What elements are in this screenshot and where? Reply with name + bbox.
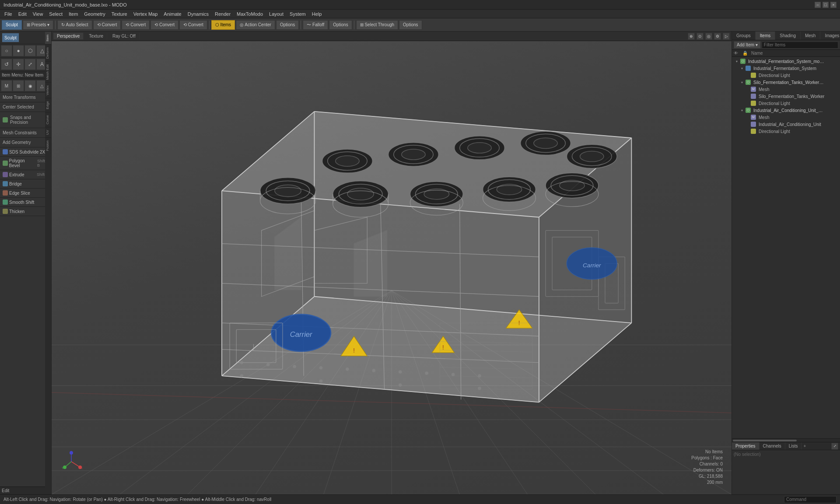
tree-item-silo-tanks-base[interactable]: ▾ ⬡ Silo_Fermentation_Tanks_Worker_modo_…	[733, 79, 839, 86]
menu-dynamics[interactable]: Dynamics	[185, 10, 211, 18]
add-geometry-header[interactable]: Add Geometry ▸	[2, 139, 49, 146]
tree-item-ac-unit[interactable]: Industrial_Air_Conditioning_Unit	[733, 121, 839, 128]
maximize-button[interactable]: □	[822, 2, 829, 8]
smooth-shift-label[interactable]: Smooth Shift	[9, 200, 34, 205]
menu-view[interactable]: View	[30, 10, 46, 18]
strip-tab-mesh-edit[interactable]: Mesh Edit	[45, 61, 51, 83]
action-center-button[interactable]: ◎ Action Center	[236, 20, 275, 30]
tab-groups[interactable]: Groups	[732, 32, 756, 40]
tool-scale[interactable]: ⤢	[24, 59, 36, 70]
convert-button-1[interactable]: ⟲ Convert	[93, 20, 121, 30]
menu-geometry[interactable]: Geometry	[81, 10, 108, 18]
tool-sphere[interactable]: ●	[13, 45, 24, 56]
strip-tab-curve[interactable]: Curve	[45, 112, 51, 127]
viewport-tab-perspective[interactable]: Perspective	[53, 33, 84, 39]
tree-item-ac-unit-base[interactable]: ▾ ⬡ Industrial_Air_Conditioning_Unit_m..…	[733, 107, 839, 114]
falloff-button[interactable]: 〜 Falloff	[303, 20, 328, 30]
more-transforms-header[interactable]: More Transforms ▾	[2, 94, 49, 101]
minimize-button[interactable]: –	[815, 2, 821, 8]
strip-tab-deform[interactable]: Deform	[45, 44, 51, 61]
command-input[interactable]	[784, 496, 836, 503]
viewport-zoom-in[interactable]: ⊙	[696, 33, 704, 40]
extrude-label[interactable]: Extrude	[9, 172, 24, 177]
menu-system[interactable]: System	[287, 10, 308, 18]
tab-images[interactable]: Images	[820, 32, 840, 40]
menu-file[interactable]: File	[2, 10, 15, 18]
sds-label[interactable]: SDS Subdivide 2X	[9, 150, 45, 154]
items-filter-input[interactable]	[762, 42, 838, 49]
presets-button[interactable]: ⊞ Presets ▾	[23, 20, 53, 30]
tree-item-silo-mesh[interactable]: M Mesh	[733, 86, 839, 93]
menu-item[interactable]: Item	[66, 10, 80, 18]
convert-button-2[interactable]: ⟲ Convert	[122, 20, 150, 30]
tab-properties[interactable]: Properties	[732, 442, 760, 450]
viewport-tab-raygl[interactable]: Ray GL: Off	[109, 33, 140, 39]
tab-lists[interactable]: Lists	[785, 442, 802, 450]
close-button[interactable]: ×	[830, 2, 836, 8]
menu-texture[interactable]: Texture	[109, 10, 130, 18]
viewport-settings[interactable]: ⚙	[714, 33, 721, 40]
viewport-canvas[interactable]: Carrier ! ! !	[52, 41, 732, 494]
menu-layout[interactable]: Layout	[266, 10, 286, 18]
menu-render[interactable]: Render	[212, 10, 233, 18]
tree-expand-fermentation-base[interactable]: ▾	[735, 59, 739, 63]
tool-material[interactable]: M	[1, 80, 12, 91]
tree-item-directional-light-2[interactable]: Directional Light	[733, 100, 839, 107]
tree-item-silo-tanks-worker[interactable]: Silo_Fermentation_Tanks_Worker	[733, 93, 839, 100]
tree-item-fermentation-system[interactable]: ▾ Industrial_Fermentation_System	[733, 65, 839, 72]
auto-select-button[interactable]: ↻ Auto Select	[57, 20, 92, 30]
strip-tab-uv[interactable]: UV	[45, 127, 51, 137]
tree-expand-silo-base[interactable]: ▾	[740, 80, 744, 84]
mesh-constraints-header[interactable]: Mesh Constraints	[2, 129, 49, 136]
sculpt-mode-button[interactable]: Sculpt	[2, 33, 19, 42]
tool-move[interactable]: ✛	[13, 59, 24, 70]
center-selected-header[interactable]: Center Selected ▾	[2, 103, 49, 111]
tool-smooth[interactable]: ◉	[24, 80, 36, 91]
viewport-camera[interactable]: ◎	[705, 33, 712, 40]
menu-edit[interactable]: Edit	[16, 10, 29, 18]
tool-rotate[interactable]: ↺	[1, 59, 12, 70]
properties-add-icon[interactable]: +	[802, 442, 808, 450]
tree-scrollbar-h[interactable]	[732, 438, 840, 442]
tab-channels[interactable]: Channels	[760, 442, 785, 450]
tab-items[interactable]: Items	[756, 32, 775, 40]
convert-button-3[interactable]: ⟲ Convert	[150, 20, 178, 30]
tree-item-directional-light-3[interactable]: Directional Light	[733, 128, 839, 135]
bridge-label[interactable]: Bridge	[9, 182, 22, 186]
tree-item-fermentation-system-base[interactable]: ▾ ⬡ Industrial_Fermentation_System_modo_…	[733, 58, 839, 65]
select-through-button[interactable]: ⊞ Select Through	[356, 20, 398, 30]
tab-shading[interactable]: Shading	[775, 32, 801, 40]
menu-help[interactable]: Help	[309, 10, 325, 18]
tool-circle[interactable]: ○	[1, 45, 12, 56]
tree-item-directional-light-1[interactable]: Directional Light	[733, 72, 839, 79]
viewport-expand[interactable]: ▷	[723, 33, 730, 40]
sculpt-button[interactable]: Sculpt	[2, 20, 22, 30]
snaps-header[interactable]: Snaps and Precision	[9, 114, 49, 126]
menu-select[interactable]: Select	[46, 10, 65, 18]
strip-tab-edge[interactable]: Edge	[45, 98, 51, 112]
edge-slice-label[interactable]: Edge Slice	[9, 191, 30, 196]
strip-tab-vertex[interactable]: Vertex	[45, 82, 51, 98]
tab-mesh[interactable]: Mesh	[801, 32, 820, 40]
strip-tab-fusion[interactable]: Fusion	[45, 137, 51, 154]
tool-wireframe[interactable]: ⊞	[13, 80, 24, 91]
thicken-label[interactable]: Thicken	[9, 209, 24, 214]
menu-animate[interactable]: Animate	[161, 10, 184, 18]
tool-cylinder[interactable]: ⬡	[24, 45, 36, 56]
action-options-button[interactable]: Options	[276, 20, 299, 30]
add-item-button[interactable]: Add Item ▾	[734, 41, 761, 49]
menu-maxtomodo[interactable]: MaxToModo	[234, 10, 266, 18]
polygon-bevel-label[interactable]: Polygon Bevel	[9, 158, 36, 168]
tree-expand-fermentation-system[interactable]: ▾	[740, 66, 744, 70]
tree-expand-ac-base[interactable]: ▾	[740, 108, 744, 112]
properties-expand-icon[interactable]: ⤢	[831, 443, 838, 450]
viewport-tab-texture[interactable]: Texture	[85, 33, 107, 39]
viewport-zoom-fit[interactable]: ⊕	[688, 33, 695, 40]
convert-button-4[interactable]: ⟲ Convert	[179, 20, 207, 30]
strip-tab-item[interactable]: Item	[45, 32, 51, 44]
select-options-button[interactable]: Options	[399, 20, 422, 30]
items-button[interactable]: ⬡ Items	[211, 20, 235, 30]
menu-vertex-map[interactable]: Vertex Map	[131, 10, 161, 18]
tree-item-ac-mesh[interactable]: M Mesh	[733, 114, 839, 121]
falloff-options-button[interactable]: Options	[329, 20, 352, 30]
